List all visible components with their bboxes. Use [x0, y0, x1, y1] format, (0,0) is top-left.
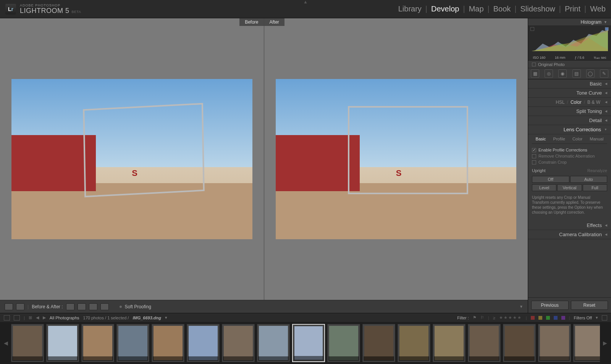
grid-mode-icon[interactable]: ⊞: [29, 315, 32, 320]
thumbnail[interactable]: [398, 324, 430, 362]
upright-vertical[interactable]: Vertical: [557, 184, 582, 191]
thumbnail[interactable]: [81, 324, 114, 362]
module-develop[interactable]: Develop: [431, 5, 459, 13]
filter-flag-icon[interactable]: ⚑: [473, 315, 477, 320]
module-picker: Library|Develop|Map|Book|Slideshow|Print…: [398, 5, 606, 13]
thumbnail[interactable]: [503, 324, 536, 362]
thumbnail[interactable]: [152, 324, 184, 362]
section-split-toning[interactable]: Split Toning◀: [528, 107, 611, 116]
lens-tab-basic[interactable]: Basic: [536, 137, 546, 141]
original-photo-checkbox[interactable]: [532, 63, 536, 66]
thumbnail[interactable]: [433, 324, 466, 362]
section-hsl[interactable]: HSL/ Color/ B & W ◀: [528, 98, 611, 107]
module-slideshow[interactable]: Slideshow: [520, 5, 555, 13]
view-compare-button[interactable]: [16, 303, 24, 310]
ba-mode-1[interactable]: [66, 303, 74, 310]
thumbnail[interactable]: [538, 324, 571, 362]
upright-auto[interactable]: Auto: [570, 176, 608, 183]
section-lens-corrections[interactable]: Lens Corrections▼: [528, 125, 611, 134]
thumbnail[interactable]: [292, 324, 325, 362]
filter-color-red[interactable]: [531, 316, 535, 320]
module-print[interactable]: Print: [565, 5, 580, 13]
before-after-label: Before & After :: [32, 304, 63, 309]
constrain-crop-row[interactable]: Constrain Crop: [532, 159, 607, 165]
thumbnail[interactable]: [573, 324, 600, 362]
soft-proofing-label: Soft Proofing: [125, 304, 151, 309]
lens-tab-profile[interactable]: Profile: [553, 137, 565, 141]
reset-button[interactable]: Reset: [571, 301, 608, 310]
enable-profile-row[interactable]: ✓ Enable Profile Corrections: [532, 147, 607, 153]
gradient-tool[interactable]: ▤: [572, 69, 581, 78]
module-book[interactable]: Book: [493, 5, 511, 13]
filter-color-blue[interactable]: [554, 316, 558, 320]
soft-proof-toggle[interactable]: [120, 306, 122, 308]
collapse-top-icon[interactable]: ▲: [303, 0, 308, 5]
second-window-icon[interactable]: [4, 315, 10, 321]
section-detail[interactable]: Detail◀: [528, 116, 611, 125]
filter-rating-ge-icon[interactable]: ≥: [493, 316, 495, 320]
view-loupe-button[interactable]: [5, 303, 13, 310]
toolbar-collapse-icon[interactable]: ▼: [519, 304, 523, 309]
thumbnail[interactable]: [187, 324, 220, 362]
filter-stars[interactable]: ★★★★★: [499, 315, 522, 320]
thumbnail[interactable]: [46, 324, 79, 362]
before-pane[interactable]: Before S: [0, 18, 264, 300]
module-map[interactable]: Map: [469, 5, 484, 13]
filter-color-yellow[interactable]: [538, 316, 542, 320]
nav-fwd-icon[interactable]: ▶: [43, 315, 46, 320]
thumbnail[interactable]: [222, 324, 255, 362]
module-web[interactable]: Web: [590, 5, 606, 13]
filmstrip-left-icon[interactable]: ◀: [3, 340, 9, 346]
lens-tab-color[interactable]: Color: [572, 137, 582, 141]
histogram[interactable]: ISO 160 16 mm ƒ / 5.6 ¹⁄₆₄₀ sec: [528, 26, 611, 60]
iso-readout: ISO 160: [533, 56, 545, 60]
crop-tool[interactable]: ▦: [531, 69, 539, 78]
remove-ca-checkbox[interactable]: [532, 154, 536, 158]
section-effects[interactable]: Effects◀: [528, 221, 611, 230]
lens-tabs: Basic Profile Color Manual: [532, 134, 607, 144]
tool-strip: ▦ ◎ ◉ ▤ ◯ ✎: [528, 68, 611, 79]
enable-profile-checkbox[interactable]: ✓: [532, 148, 536, 152]
current-filename: IMG_6693.dng: [133, 316, 161, 320]
nav-back-icon[interactable]: ◀: [36, 315, 39, 320]
upright-off[interactable]: Off: [532, 176, 569, 183]
ba-swap[interactable]: [89, 303, 97, 310]
filter-reject-icon[interactable]: ⚐: [480, 315, 484, 320]
filmstrip-right-icon[interactable]: ▶: [602, 340, 608, 346]
section-tone-curve[interactable]: Tone Curve◀: [528, 89, 611, 98]
original-photo-row[interactable]: Original Photo: [528, 60, 611, 68]
breadcrumb-source[interactable]: All Photographs: [50, 316, 79, 320]
section-basic[interactable]: Basic◀: [528, 79, 611, 89]
thumbnail[interactable]: [327, 324, 360, 362]
histogram-header[interactable]: Histogram▼: [528, 18, 611, 26]
lens-tab-manual[interactable]: Manual: [590, 137, 603, 141]
before-label: Before: [239, 18, 263, 26]
brush-tool[interactable]: ✎: [600, 69, 608, 78]
aperture-readout: ƒ / 5.6: [575, 56, 584, 60]
ba-mode-2[interactable]: [78, 303, 86, 310]
module-library[interactable]: Library: [398, 5, 422, 13]
thumbnail[interactable]: [116, 324, 149, 362]
reanalyze-button[interactable]: Reanalyze: [587, 168, 607, 173]
thumbnail[interactable]: [11, 324, 44, 362]
previous-button[interactable]: Previous: [531, 301, 569, 310]
thumbnail[interactable]: [362, 324, 395, 362]
upright-level[interactable]: Level: [532, 184, 556, 191]
grid-view-icon[interactable]: [14, 315, 20, 321]
after-pane[interactable]: After S: [264, 18, 528, 300]
section-camera-calibration[interactable]: Camera Calibration◀: [528, 230, 611, 239]
upright-label: Upright: [532, 168, 545, 173]
filter-color-green[interactable]: [546, 316, 550, 320]
thumbnail[interactable]: [468, 324, 501, 362]
filter-lock-icon[interactable]: [602, 315, 607, 321]
thumbnail[interactable]: [257, 324, 290, 362]
ba-copy[interactable]: [100, 303, 109, 310]
spot-tool[interactable]: ◎: [545, 69, 553, 78]
remove-ca-row[interactable]: Remove Chromatic Aberration: [532, 153, 607, 159]
filter-color-purple[interactable]: [561, 316, 565, 320]
constrain-crop-checkbox[interactable]: [532, 160, 536, 164]
upright-full[interactable]: Full: [583, 184, 607, 191]
radial-tool[interactable]: ◯: [586, 69, 595, 78]
filters-off-label[interactable]: Filters Off: [574, 316, 592, 320]
redeye-tool[interactable]: ◉: [558, 69, 567, 78]
